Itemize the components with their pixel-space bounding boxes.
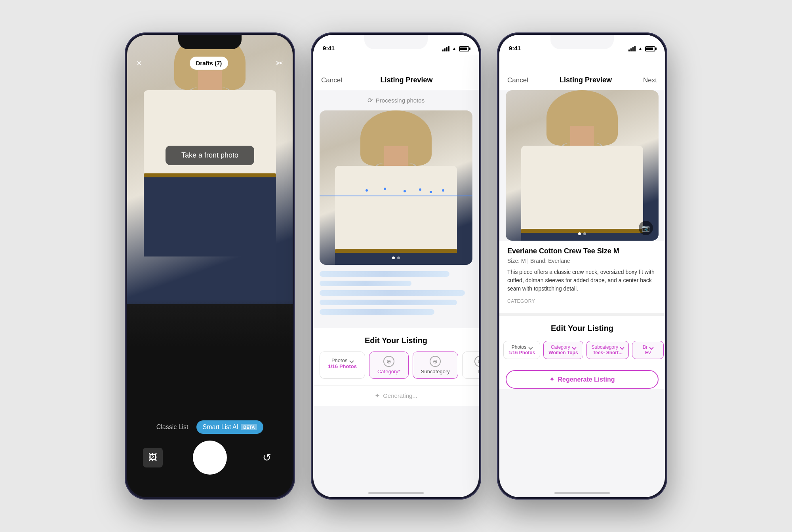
gallery-button[interactable]: 🖼 [143,448,163,467]
photos-tab-3[interactable]: Photos 1/16 Photos [503,341,540,359]
next-button-3[interactable]: Next [643,76,657,84]
photos-chevron-2 [349,359,354,363]
listing-description: This piece offers a classic crew neck, o… [507,268,657,293]
listing-title: Everlane Cotton Crew Tee Size M [507,247,657,255]
classic-list-mode[interactable]: Classic List [156,424,188,431]
close-button[interactable]: × [137,58,142,68]
subcategory-chevron-3 [620,345,624,350]
drafts-button[interactable]: Drafts (7) [190,57,228,70]
category-chevron-3 [572,345,576,350]
wifi-icon-2: ▲ [452,46,457,51]
scan-dots [320,184,472,200]
sweater-3 [521,146,644,241]
nav-title-2: Listing Preview [380,76,432,84]
generating-indicator: ✦ Generating... [313,385,479,406]
image-dots-2 [392,256,400,259]
edit-listing-section-2: Edit Your Listing Photos 1/16 Photos ⊕ C… [313,328,479,406]
category-value-3: Women Tops [548,350,578,355]
phone-2-processing: 9:41 ▲ Cancel Listing Preview [311,32,481,500]
photos-tab-label-2: Photos [331,357,353,363]
photos-tab-value-2: 1/16 Photos [328,363,357,369]
image-dots-3 [578,232,586,235]
edit-tabs-2: Photos 1/16 Photos ⊕ Category* ⊕ Subcate… [313,352,479,385]
brand-tab-2[interactable]: ⊕ B [462,352,479,379]
cancel-button-2[interactable]: Cancel [321,76,342,84]
camera-controls: 🖼 ↺ [127,442,293,473]
sparkle-icon: ✦ [375,392,380,399]
nav-bar-3: Cancel Listing Preview Next [499,55,665,90]
battery-3 [645,46,655,51]
photos-chevron-3 [528,345,533,350]
photos-tab-2[interactable]: Photos 1/16 Photos [320,352,365,379]
mode-selector: Classic List Smart List AI BETA [127,420,293,434]
jeans [144,177,276,256]
home-indicator-3 [554,492,610,494]
subcategory-tab-3[interactable]: Subcategory Tees- Short... [586,341,629,359]
scissor-icon[interactable]: ✂ [276,58,283,68]
phone-1-camera: Take a front photo × Drafts (7) ✂ Classi… [125,32,295,500]
processing-indicator: ⟳ Processing photos [313,90,479,110]
sweater [144,90,276,185]
category-tab-2[interactable]: ⊕ Category* [369,352,409,379]
wifi-icon-3: ▲ [638,46,643,51]
listing-content: Everlane Cotton Crew Tee Size M Size: M … [499,241,665,313]
category-label: CATEGORY [507,298,657,304]
nav-title-3: Listing Preview [560,76,612,84]
category-tab-3[interactable]: Category Women Tops [543,341,583,359]
listing-image-2[interactable] [320,110,472,265]
listing-preview-image-3 [506,90,659,241]
skeleton-loader [313,265,479,325]
edit-listing-title-3: Edit Your Listing [499,316,665,339]
shutter-button[interactable] [194,442,226,473]
camera-screen: Take a front photo × Drafts (7) ✂ Classi… [127,35,293,497]
signal-bars-3 [628,46,636,51]
photos-value-3: 1/16 Photos [508,350,535,355]
brand-label-3: Br [643,344,653,350]
regen-label: Regenerate Listing [558,376,615,383]
category-tab-icon-2: ⊕ [383,356,394,367]
processing-label: Processing photos [376,97,425,104]
camera-badge[interactable]: 📷 [639,221,653,235]
subcategory-label-3: Subcategory [592,344,624,350]
edit-listing-section-3: Edit Your Listing Photos 1/16 Photos Cat… [499,313,665,389]
nav-bar-2: Cancel Listing Preview [313,55,479,90]
take-photo-label: Take a front photo [181,151,238,159]
edit-listing-title-2: Edit Your Listing [313,328,479,352]
cancel-button-3[interactable]: Cancel [507,76,528,84]
home-indicator-2 [368,492,424,494]
regenerate-button[interactable]: ✦ Regenerate Listing [506,370,659,389]
battery-2 [459,46,469,51]
category-tab-label-2: Category* [377,369,400,374]
smart-list-mode[interactable]: Smart List AI BETA [196,420,264,434]
category-label-3: Category [551,344,576,350]
brand-tab-3[interactable]: Br Ev [632,341,664,359]
notch-1 [178,35,242,49]
status-time-3: 9:41 [509,45,521,51]
sweater-2 [335,166,457,261]
generating-label: Generating... [383,392,417,399]
subcategory-tab-icon-2: ⊕ [430,356,441,367]
brand-tab-icon-2: ⊕ [474,356,479,367]
camera-icon: 📷 [642,224,650,232]
notch-3 [550,35,614,49]
flip-icon: ↺ [263,452,271,464]
photos-label-3: Photos [512,344,532,350]
spinner-icon: ⟳ [367,97,373,104]
brand-value-3: Ev [645,350,651,355]
status-icons-2: ▲ [442,46,469,51]
subcategory-tab-label-2: Subcategory [421,369,450,374]
status-icons-3: ▲ [628,46,655,51]
notch-2 [364,35,428,49]
flip-camera-button[interactable]: ↺ [257,448,277,467]
status-time-2: 9:41 [323,45,335,51]
subcategory-value-3: Tees- Short... [593,350,623,355]
signal-bars-2 [442,46,449,51]
listing-image-3[interactable]: 📷 [506,90,659,241]
smart-list-label: Smart List AI [203,424,239,431]
listing-meta: Size: M | Brand: Everlane [507,258,657,264]
edit-tabs-3: Photos 1/16 Photos Category Women Tops S… [499,339,665,365]
brand-chevron-3 [649,345,654,350]
brand-tab-label-2: B [478,369,479,374]
gallery-icon: 🖼 [148,452,157,463]
subcategory-tab-2[interactable]: ⊕ Subcategory [413,352,458,379]
